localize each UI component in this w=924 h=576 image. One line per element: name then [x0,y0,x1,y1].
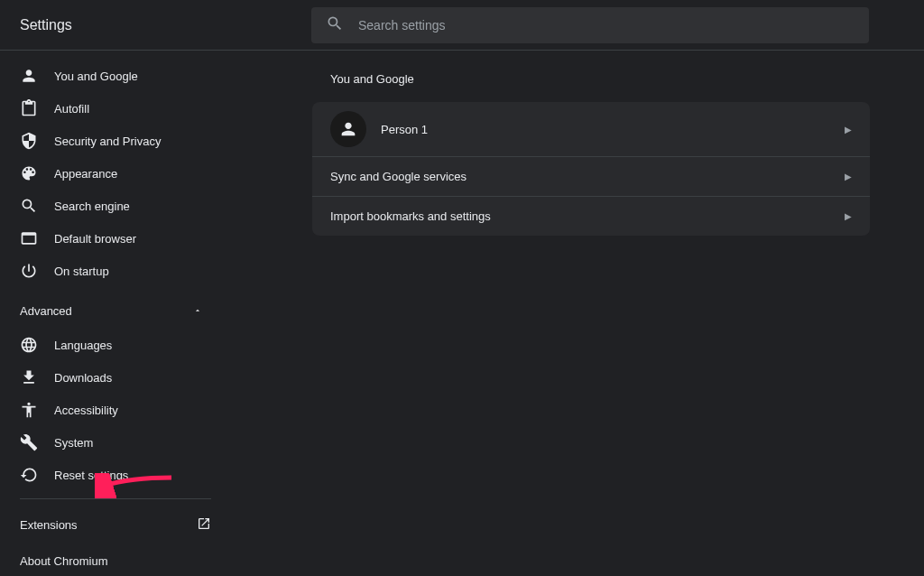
reset-icon [20,466,38,484]
sidebar-item-default-browser[interactable]: Default browser [0,222,231,255]
chevron-right-icon: ▶ [845,172,852,181]
page-title: Settings [0,17,311,33]
sidebar-item-label: Autofill [54,102,89,116]
extensions-label: Extensions [20,518,78,532]
sidebar-item-languages[interactable]: Languages [0,329,231,361]
sidebar-item-label: System [54,436,93,450]
chevron-right-icon: ▶ [845,125,852,135]
avatar [330,111,366,147]
sidebar-item-label: Downloads [54,371,112,385]
sidebar-item-you-and-google[interactable]: You and Google [0,60,231,92]
main-content: You and Google Person 1 ▶ Sync and Googl… [231,51,924,576]
advanced-label: Advanced [20,304,72,318]
external-link-icon [197,516,211,534]
sidebar-item-system[interactable]: System [0,426,231,459]
sidebar-item-security[interactable]: Security and Privacy [0,125,231,157]
header: Settings [0,0,924,51]
palette-icon [20,164,38,182]
person-label: Person 1 [381,123,845,136]
sidebar-item-label: You and Google [54,70,138,83]
search-icon [20,197,38,215]
chevron-right-icon: ▶ [845,211,852,221]
sidebar-item-label: Security and Privacy [54,135,162,148]
sidebar-item-search-engine[interactable]: Search engine [0,190,231,222]
shield-icon [20,132,38,150]
sidebar-item-label: Accessibility [54,404,118,417]
sidebar-item-about[interactable]: About Chromium [0,543,231,576]
sidebar-item-label: Default browser [54,232,136,246]
clipboard-icon [20,99,38,117]
download-icon [20,368,38,386]
sidebar-item-appearance[interactable]: Appearance [0,157,231,190]
search-container [311,7,924,43]
sidebar-item-label: On startup [54,265,109,278]
sidebar-item-label: Languages [54,339,112,352]
import-row[interactable]: Import bookmarks and settings ▶ [312,196,870,236]
wrench-icon [20,433,38,451]
person-row[interactable]: Person 1 ▶ [312,102,870,156]
sidebar: You and Google Autofill Security and Pri… [0,51,231,576]
sync-row[interactable]: Sync and Google services ▶ [312,156,870,196]
sidebar-item-label: Appearance [54,167,117,181]
settings-card: Person 1 ▶ Sync and Google services ▶ Im… [312,102,870,236]
about-label: About Chromium [20,554,108,568]
globe-icon [20,336,38,354]
sidebar-item-autofill[interactable]: Autofill [0,92,231,125]
sidebar-item-on-startup[interactable]: On startup [0,255,231,287]
sidebar-item-label: Search engine [54,200,130,213]
sidebar-section-advanced[interactable]: Advanced [0,293,231,329]
chevron-up-icon [193,304,202,318]
search-box[interactable] [311,7,869,43]
sidebar-item-label: Reset settings [54,469,128,482]
browser-icon [20,229,38,247]
sidebar-item-extensions[interactable]: Extensions [0,506,231,543]
search-input[interactable] [358,18,855,33]
divider [20,498,211,499]
row-label: Import bookmarks and settings [330,209,845,223]
power-icon [20,262,38,280]
row-label: Sync and Google services [330,170,845,183]
sidebar-item-accessibility[interactable]: Accessibility [0,394,231,426]
sidebar-item-reset[interactable]: Reset settings [0,459,231,491]
accessibility-icon [20,401,38,419]
search-icon [326,14,358,35]
person-icon [20,67,38,85]
sidebar-item-downloads[interactable]: Downloads [0,361,231,394]
section-title: You and Google [312,72,870,86]
